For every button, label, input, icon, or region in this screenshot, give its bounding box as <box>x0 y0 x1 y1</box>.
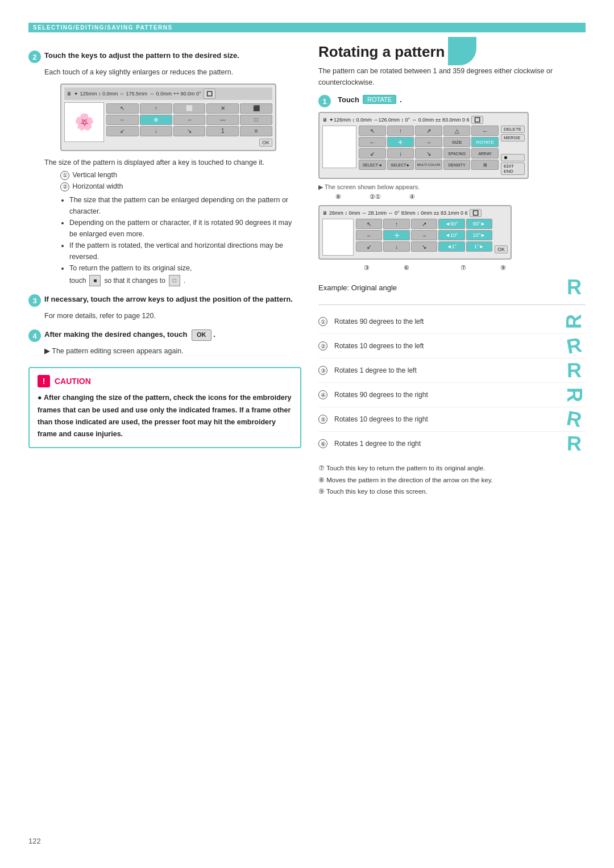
sg-multicolor[interactable]: MULTI COLOR <box>415 160 442 170</box>
ok-btn[interactable]: OK <box>192 329 211 340</box>
sg-tl[interactable]: ↖ <box>359 126 386 136</box>
sg-rotate-btn[interactable]: ROTATE <box>471 137 499 147</box>
r-1r: R <box>563 433 586 454</box>
sg-size-btn[interactable]: SIZE <box>443 137 471 147</box>
delete-btn[interactable]: DELETE <box>501 126 525 133</box>
record-btn[interactable]: ⏺ <box>501 154 525 161</box>
screen-mockup-right-1: 🖥 ✦126mm ↕ 0.0mm ↔126.0mm ↕ 0° ↔ 0.0mm ±… <box>318 112 529 179</box>
caution-box: ! CAUTION ● After changing the size of t… <box>28 367 301 448</box>
sg-bl[interactable]: ↙ <box>359 148 386 158</box>
s3-corner[interactable]: 🔲 <box>470 209 482 217</box>
s3-tl[interactable]: ↖ <box>356 219 382 229</box>
caution-icon: ! <box>38 375 50 387</box>
s3-1l[interactable]: ◄1° <box>438 241 464 252</box>
sg-pattern[interactable]: ⊞ <box>471 160 499 170</box>
sgb-left[interactable]: ← <box>106 115 139 125</box>
screen3-pattern <box>322 219 354 256</box>
touch-btn-before[interactable]: ■ <box>89 275 101 286</box>
touch-word: Touch <box>338 95 359 104</box>
sgb-h[interactable]: □ <box>240 115 272 125</box>
screen2-pattern <box>322 126 356 168</box>
r-1l: R <box>563 360 586 381</box>
dnum-21: ②① <box>370 193 381 201</box>
sg-density[interactable]: DENSITY <box>443 160 471 170</box>
sgb-up[interactable]: ↑ <box>140 103 172 114</box>
s3-cr[interactable]: ✛ <box>383 230 409 240</box>
sgb-down[interactable]: ↓ <box>140 126 172 136</box>
screen-top-bar-1: 🖥 ✦ 125mm ↕ 0.0mm ↔ 175.5mm ↔ 0.0mm ++ 9… <box>64 87 272 100</box>
step2-numbered: ① Vertical length ② Horizontal width <box>60 169 301 192</box>
diag-label-8: ⑧ Moves the pattern in the direction of … <box>318 474 586 486</box>
rotation-row-1: ① Rotates 90 degrees to the left R <box>318 310 586 334</box>
touch-period: . <box>400 95 402 104</box>
s3-bl[interactable]: ↙ <box>356 241 382 252</box>
sg-up[interactable]: ↑ <box>387 126 414 136</box>
sg-spacing[interactable]: SPACING <box>443 148 471 158</box>
s3-dn[interactable]: ↓ <box>383 241 409 252</box>
s3-br[interactable]: ↘ <box>411 241 437 252</box>
step2-circle: 2 <box>28 51 41 63</box>
step1-circle: 1 <box>318 95 331 107</box>
screen3-top: 🖥 26mm ↕ 0mm ↔ 28.1mm ↔ 0° 83mm ↕ 0mm ±±… <box>322 209 508 217</box>
sgb-center[interactable]: ⊕ <box>140 115 172 125</box>
screen3-grid: ↖ ↑ ↗ ◄90° 90°► ← ✛ → ◄10° 10°► ↙ ↓ <box>356 219 492 252</box>
sgb-1[interactable]: 1 <box>206 126 239 136</box>
screen-mockup-right-2: 🖥 26mm ↕ 0mm ↔ 28.1mm ↔ 0° 83mm ↕ 0mm ±±… <box>318 205 512 260</box>
sg-r2c3[interactable]: → <box>415 137 442 147</box>
screen-corner-btn[interactable]: 🔲 <box>204 89 215 99</box>
rotate-btn[interactable]: ROTATE <box>363 95 396 104</box>
sgb-x[interactable]: ✕ <box>206 103 239 114</box>
sg-r2c1[interactable]: ← <box>359 137 386 147</box>
rot-num-6: ⑥ <box>318 439 327 448</box>
sgb-right[interactable]: → <box>173 115 206 125</box>
merge-btn[interactable]: MERGE <box>501 134 525 141</box>
step2-title: Touch the keys to adjust the pattern to … <box>44 51 239 61</box>
screen2-corner[interactable]: 🔲 <box>471 116 483 124</box>
s3-lt[interactable]: ← <box>356 230 382 240</box>
touch-btn-after[interactable]: □ <box>169 275 180 286</box>
screen2-btn-area: ↖ ↑ ↗ △ ← ← ✛ → SIZE ROTATE ↙ ↓ <box>359 126 499 175</box>
sgb-minus[interactable]: — <box>206 115 239 125</box>
sg-sel2[interactable]: SELECT► <box>387 160 414 170</box>
step4-body-text: ▶ The pattern editing screen appears aga… <box>44 345 301 357</box>
sg-ne[interactable]: ↗ <box>415 126 442 136</box>
edit-end-btn[interactable]: EDIT END <box>501 162 525 175</box>
diagram-nums-bottom: ③ ⑥ ⑦ ⑨ <box>364 264 586 272</box>
screen-ok-btn[interactable]: OK <box>259 139 272 147</box>
s3-10r[interactable]: 10°► <box>466 230 492 240</box>
s3-ne[interactable]: ↗ <box>411 219 437 229</box>
screen2-top: 🖥 ✦126mm ↕ 0.0mm ↔126.0mm ↕ 0° ↔ 0.0mm ±… <box>322 116 525 124</box>
step4-title: After making the desired changes, touch … <box>44 329 215 340</box>
diagram-labels: ⑦ Touch this key to return the pattern t… <box>318 462 586 498</box>
s3-up[interactable]: ↑ <box>383 219 409 229</box>
sgb-tr[interactable]: ⬛ <box>240 103 272 114</box>
sgb-eq[interactable]: ≡ <box>240 126 272 136</box>
sg-back[interactable]: ← <box>471 126 499 136</box>
sgb-size[interactable]: ⬜ <box>173 103 206 114</box>
s3-90r[interactable]: 90°► <box>466 219 492 229</box>
screen3-body: ↖ ↑ ↗ ◄90° 90°► ← ✛ → ◄10° 10°► ↙ ↓ <box>322 219 508 256</box>
sgb-tl[interactable]: ↖ <box>106 103 139 114</box>
s3-90l[interactable]: ◄90° <box>438 219 464 229</box>
screen-btn-grid: ↖ ↑ ⬜ ✕ ⬛ ← ⊕ → — □ ↙ ↓ <box>106 103 272 136</box>
s3-1r[interactable]: 1°► <box>466 241 492 252</box>
rot-label-6: Rotates 1 degree to the right <box>334 440 557 448</box>
sg-array[interactable]: ARRAY <box>471 148 499 158</box>
screen-deg-label: ↔ 0.0mm ++ 90.0m 0° <box>150 90 201 98</box>
sg-cross[interactable]: ✛ <box>387 137 414 147</box>
rot-num-5: ⑤ <box>318 415 327 424</box>
s3-rt[interactable]: → <box>411 230 437 240</box>
period: . <box>184 276 185 286</box>
sg-tri[interactable]: △ <box>443 126 471 136</box>
sgb-bl[interactable]: ↙ <box>106 126 139 136</box>
screen2-icon: 🖥 <box>322 117 327 123</box>
sgb-br[interactable]: ↘ <box>173 126 206 136</box>
sg-dn[interactable]: ↓ <box>387 148 414 158</box>
dnum-6: ⑥ <box>404 264 409 272</box>
s3-ok-btn[interactable]: OK <box>495 245 508 253</box>
caution-strong: After changing the size of the pattern, … <box>38 394 292 438</box>
s3-10l[interactable]: ◄10° <box>438 230 464 240</box>
sg-br[interactable]: ↘ <box>415 148 442 158</box>
sg-sel1[interactable]: SELECT◄ <box>359 160 386 170</box>
screen3-ok: OK <box>495 219 508 256</box>
